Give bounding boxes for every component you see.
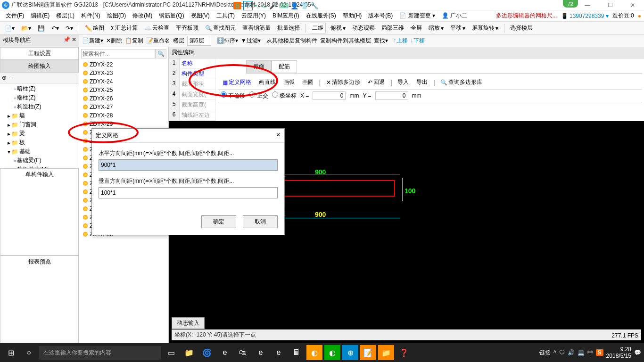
tb2-sort[interactable]: ↕️排序▾ — [217, 37, 238, 45]
dlg-h-input[interactable] — [99, 159, 278, 171]
ime-kb[interactable]: ⌨ — [279, 2, 289, 9]
tb2-copy-from[interactable]: 从其他楼层复制构件 — [266, 37, 317, 45]
edge2-icon[interactable]: e — [253, 345, 269, 360]
tree-item[interactable]: ▸ 📁 板 — [1, 138, 78, 147]
badge-72[interactable]: 72 — [563, 0, 578, 8]
ime-smile[interactable]: ☺ — [261, 2, 267, 9]
list-item[interactable]: ZDYX-29 — [79, 120, 168, 128]
app-icon-7[interactable]: ❓ — [396, 345, 412, 360]
list-item[interactable]: ZDYX-28 — [79, 111, 168, 120]
dtb-line[interactable]: 画直线 — [257, 77, 278, 87]
list-item[interactable]: ZDYX-24 — [79, 77, 168, 86]
tray-vol-icon[interactable]: 🔊 — [568, 349, 575, 356]
tree-item[interactable]: ▫ 基础梁(F) — [1, 156, 78, 165]
menu-modify[interactable]: 修改(M) — [130, 11, 155, 21]
open-icon[interactable]: 📂▾ — [19, 24, 33, 33]
ime-person[interactable]: 👤 — [290, 2, 298, 9]
tray-up-icon[interactable]: ^ — [553, 349, 556, 356]
edge-icon[interactable]: e — [217, 345, 233, 360]
dlg-v-input[interactable] — [99, 187, 278, 198]
nav-tab-draw[interactable]: 绘图输入 — [0, 60, 79, 73]
tree-item[interactable]: ▫ 暗柱(Z) — [1, 84, 78, 93]
tb-topview[interactable]: 俯视▾ — [329, 23, 347, 33]
tb-sum[interactable]: Σ 汇总计算 — [109, 23, 140, 33]
ime-icon[interactable]: S — [233, 2, 241, 9]
minimize-button[interactable]: — — [578, 2, 597, 8]
section-tab-section[interactable]: 截面 — [246, 60, 272, 73]
tree-item[interactable]: ▸ 📁 梁 — [1, 129, 78, 138]
tb-align-top[interactable]: 平齐板顶 — [174, 23, 200, 33]
dynamic-input-button[interactable]: 动态输入 — [172, 317, 205, 329]
tray-date[interactable]: 2018/5/15 — [606, 353, 631, 359]
list-item[interactable]: ZDYX-25 — [79, 86, 168, 94]
coord-x-input[interactable] — [313, 91, 346, 100]
search-input[interactable] — [81, 49, 155, 58]
menu-help[interactable]: 帮助(H) — [340, 11, 365, 21]
menu-rebar[interactable]: 钢筋量(Q) — [156, 11, 187, 21]
nav-tab-single[interactable]: 单构件输入 — [0, 168, 79, 256]
explorer-icon[interactable]: 📁 — [181, 345, 197, 360]
start-button[interactable]: ⊞ — [3, 345, 19, 360]
coord-polar[interactable]: 极坐标 — [272, 91, 297, 100]
menu-version[interactable]: 版本号(B) — [365, 11, 396, 21]
menu-notice[interactable]: 多边形编辑器的网格尺... — [496, 12, 557, 20]
list-item[interactable]: ZDYX-26 — [79, 94, 168, 103]
menu-user[interactable]: 👤 广小二 — [439, 11, 470, 21]
tb-find-elem[interactable]: 🔍查找图元 — [203, 23, 238, 33]
tb-batch-select[interactable]: 批量选择 — [275, 23, 302, 33]
taskbar-search[interactable]: 在这里输入你要搜索的内容 — [39, 346, 161, 360]
new-file-icon[interactable]: 📄▾ — [3, 24, 17, 33]
tb2-floor-combo[interactable]: 第6层 — [187, 36, 211, 46]
ime-wrench[interactable]: 🔧 — [310, 2, 318, 9]
tb2-down[interactable]: ↓下移 — [411, 37, 425, 45]
ime-mic[interactable]: 🎤 — [269, 2, 277, 9]
tray-net-icon[interactable]: 💻 — [578, 349, 585, 356]
dtb-clear[interactable]: ✕ 清除多边形 — [324, 77, 362, 87]
list-item[interactable]: ZDYX-22 — [79, 60, 168, 69]
prop-grid[interactable]: 1名称2构件类型3截面形状4截面宽度(5截面高度(6轴线距左边 — [169, 58, 216, 121]
tray-time[interactable]: 9:28 — [606, 346, 631, 353]
tb-2d-combo[interactable]: 二维 — [310, 23, 326, 33]
dtb-query[interactable]: 🔍 查询多边形库 — [438, 77, 484, 87]
menu-cloud[interactable]: 云应用(Y) — [239, 11, 269, 21]
tray-link[interactable]: 链接 — [539, 349, 551, 357]
section-tab-rebar[interactable]: 配筋 — [272, 60, 297, 73]
pin-icon[interactable]: 📌 ✕ — [63, 36, 76, 44]
dlg-ok-button[interactable]: 确定 — [201, 215, 236, 228]
redo-icon[interactable]: ↷▾ — [64, 24, 75, 33]
tray-ime-s[interactable]: S — [596, 349, 603, 356]
coord-y-input[interactable] — [375, 91, 408, 100]
tb2-copy[interactable]: 📋复制 — [125, 37, 143, 45]
app-icon-6[interactable]: 📁 — [378, 345, 394, 360]
list-item[interactable]: ZDYX-27 — [79, 103, 168, 111]
tb2-copy-to[interactable]: 复制构件到其他楼层 — [320, 37, 371, 45]
tb-dynamic[interactable]: 动态观察 — [350, 23, 377, 33]
menu-component[interactable]: 构件(N) — [78, 11, 103, 21]
tb2-new[interactable]: 📄新建▾ — [82, 37, 103, 45]
menu-edit[interactable]: 编辑(E) — [28, 11, 52, 21]
list-item[interactable]: ZDYX-23 — [79, 69, 168, 77]
tree-item[interactable]: ▫ 端柱(Z) — [1, 93, 78, 102]
app-icon-5[interactable]: 📝 — [360, 345, 376, 360]
tb-cloud-check[interactable]: ☁️云检查 — [142, 23, 171, 33]
nav-tab-settings[interactable]: 工程设置 — [0, 47, 79, 60]
nav-expand-icon[interactable]: ⊕ — — [2, 74, 14, 81]
store-icon[interactable]: 🛍 — [235, 345, 251, 360]
menu-new-change[interactable]: 📄 新建变更 ▾ — [396, 11, 438, 21]
tree-item[interactable]: ▫ 构造柱(Z) — [1, 102, 78, 111]
menu-draw[interactable]: 绘图(D) — [104, 11, 129, 21]
tree-item[interactable]: ▸ 📁 门窗洞 — [1, 120, 78, 129]
tb2-delete[interactable]: ✕删除 — [106, 37, 122, 45]
tb2-rename[interactable]: 📝重命名 — [146, 37, 170, 45]
tb-draw[interactable]: ✏️绘图 — [83, 23, 106, 33]
dtb-arc[interactable]: 画弧 — [281, 77, 297, 87]
ime-punct[interactable]: •, — [255, 2, 259, 9]
save-icon[interactable]: 💾 — [36, 24, 47, 33]
menu-floor[interactable]: 楼层(L) — [53, 11, 77, 21]
taskview-icon[interactable]: ▭ — [163, 345, 179, 360]
menu-bim[interactable]: BIM应用(I) — [270, 11, 302, 21]
menu-online[interactable]: 在线服务(S) — [303, 11, 339, 21]
maximize-button[interactable]: ☐ — [601, 2, 619, 8]
tb-pan[interactable]: 平移▾ — [448, 23, 467, 33]
tb-select-floor[interactable]: 选择楼层 — [508, 23, 535, 33]
